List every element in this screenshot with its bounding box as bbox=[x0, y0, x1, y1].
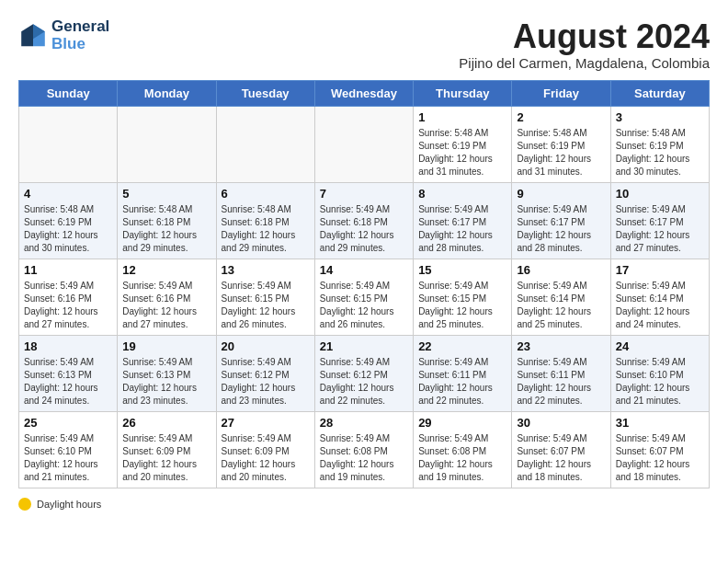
day-number: 16 bbox=[517, 263, 605, 277]
day-info: Sunrise: 5:49 AM Sunset: 6:17 PM Dayligh… bbox=[616, 203, 704, 255]
day-info: Sunrise: 5:49 AM Sunset: 6:08 PM Dayligh… bbox=[418, 432, 506, 484]
calendar-week-row: 4Sunrise: 5:48 AM Sunset: 6:19 PM Daylig… bbox=[19, 182, 710, 259]
calendar-cell: 7Sunrise: 5:49 AM Sunset: 6:18 PM Daylig… bbox=[314, 182, 413, 259]
daylight-label: Daylight hours bbox=[37, 499, 101, 510]
calendar-week-row: 18Sunrise: 5:49 AM Sunset: 6:13 PM Dayli… bbox=[19, 335, 710, 411]
day-number: 1 bbox=[418, 110, 506, 124]
day-info: Sunrise: 5:49 AM Sunset: 6:18 PM Dayligh… bbox=[320, 203, 408, 255]
day-info: Sunrise: 5:49 AM Sunset: 6:13 PM Dayligh… bbox=[24, 356, 112, 408]
calendar-cell: 18Sunrise: 5:49 AM Sunset: 6:13 PM Dayli… bbox=[19, 335, 118, 411]
day-info: Sunrise: 5:49 AM Sunset: 6:09 PM Dayligh… bbox=[122, 432, 210, 484]
logo-text: General Blue bbox=[51, 18, 109, 52]
calendar-cell: 9Sunrise: 5:49 AM Sunset: 6:17 PM Daylig… bbox=[512, 182, 610, 259]
calendar-cell: 28Sunrise: 5:49 AM Sunset: 6:08 PM Dayli… bbox=[314, 411, 413, 488]
day-of-week-header: Monday bbox=[118, 80, 216, 106]
calendar-cell: 15Sunrise: 5:49 AM Sunset: 6:15 PM Dayli… bbox=[414, 259, 512, 335]
calendar-cell bbox=[19, 106, 118, 182]
day-info: Sunrise: 5:48 AM Sunset: 6:19 PM Dayligh… bbox=[616, 127, 704, 178]
day-info: Sunrise: 5:48 AM Sunset: 6:19 PM Dayligh… bbox=[24, 203, 112, 255]
logo: General Blue bbox=[18, 18, 109, 52]
day-number: 24 bbox=[616, 339, 704, 353]
calendar-cell: 16Sunrise: 5:49 AM Sunset: 6:14 PM Dayli… bbox=[512, 259, 610, 335]
day-number: 8 bbox=[418, 187, 506, 201]
day-info: Sunrise: 5:49 AM Sunset: 6:14 PM Dayligh… bbox=[517, 280, 605, 331]
day-info: Sunrise: 5:49 AM Sunset: 6:07 PM Dayligh… bbox=[616, 432, 704, 484]
day-of-week-header: Thursday bbox=[414, 80, 512, 106]
calendar-week-row: 11Sunrise: 5:49 AM Sunset: 6:16 PM Dayli… bbox=[19, 259, 710, 335]
day-number: 22 bbox=[418, 339, 506, 353]
day-number: 18 bbox=[24, 339, 112, 353]
day-number: 7 bbox=[320, 187, 408, 201]
day-number: 30 bbox=[517, 416, 605, 430]
calendar-cell bbox=[118, 106, 216, 182]
calendar-cell: 31Sunrise: 5:49 AM Sunset: 6:07 PM Dayli… bbox=[610, 411, 709, 488]
month-year: August 2024 bbox=[459, 18, 710, 55]
day-number: 11 bbox=[24, 263, 112, 277]
calendar-table: SundayMondayTuesdayWednesdayThursdayFrid… bbox=[18, 80, 710, 488]
day-number: 31 bbox=[616, 416, 704, 430]
day-number: 5 bbox=[122, 187, 210, 201]
day-of-week-header: Wednesday bbox=[314, 80, 413, 106]
day-number: 2 bbox=[517, 110, 605, 124]
day-info: Sunrise: 5:49 AM Sunset: 6:15 PM Dayligh… bbox=[222, 280, 310, 331]
calendar-cell: 27Sunrise: 5:49 AM Sunset: 6:09 PM Dayli… bbox=[216, 411, 314, 488]
calendar-cell: 6Sunrise: 5:48 AM Sunset: 6:18 PM Daylig… bbox=[216, 182, 314, 259]
calendar-cell: 23Sunrise: 5:49 AM Sunset: 6:11 PM Dayli… bbox=[512, 335, 610, 411]
calendar-cell: 3Sunrise: 5:48 AM Sunset: 6:19 PM Daylig… bbox=[610, 106, 709, 182]
logo-icon bbox=[18, 21, 48, 51]
calendar-cell: 11Sunrise: 5:49 AM Sunset: 6:16 PM Dayli… bbox=[19, 259, 118, 335]
day-number: 6 bbox=[222, 187, 310, 201]
calendar-week-row: 1Sunrise: 5:48 AM Sunset: 6:19 PM Daylig… bbox=[19, 106, 710, 182]
calendar-cell bbox=[314, 106, 413, 182]
day-number: 14 bbox=[320, 263, 408, 277]
day-number: 25 bbox=[24, 416, 112, 430]
svg-marker-1 bbox=[21, 24, 33, 46]
calendar-cell: 24Sunrise: 5:49 AM Sunset: 6:10 PM Dayli… bbox=[610, 335, 709, 411]
day-info: Sunrise: 5:49 AM Sunset: 6:08 PM Dayligh… bbox=[320, 432, 408, 484]
day-info: Sunrise: 5:49 AM Sunset: 6:09 PM Dayligh… bbox=[222, 432, 310, 484]
calendar-cell: 26Sunrise: 5:49 AM Sunset: 6:09 PM Dayli… bbox=[118, 411, 216, 488]
day-number: 12 bbox=[122, 263, 210, 277]
calendar-cell: 22Sunrise: 5:49 AM Sunset: 6:11 PM Dayli… bbox=[414, 335, 512, 411]
calendar-cell: 14Sunrise: 5:49 AM Sunset: 6:15 PM Dayli… bbox=[314, 259, 413, 335]
day-info: Sunrise: 5:49 AM Sunset: 6:15 PM Dayligh… bbox=[320, 280, 408, 331]
page-header: General Blue August 2024 Pijino del Carm… bbox=[18, 18, 710, 71]
day-info: Sunrise: 5:49 AM Sunset: 6:07 PM Dayligh… bbox=[517, 432, 605, 484]
day-info: Sunrise: 5:49 AM Sunset: 6:12 PM Dayligh… bbox=[222, 356, 310, 408]
calendar-week-row: 25Sunrise: 5:49 AM Sunset: 6:10 PM Dayli… bbox=[19, 411, 710, 488]
day-info: Sunrise: 5:48 AM Sunset: 6:18 PM Dayligh… bbox=[122, 203, 210, 255]
calendar-header-row: SundayMondayTuesdayWednesdayThursdayFrid… bbox=[19, 80, 710, 106]
day-number: 17 bbox=[616, 263, 704, 277]
day-info: Sunrise: 5:49 AM Sunset: 6:11 PM Dayligh… bbox=[418, 356, 506, 408]
day-info: Sunrise: 5:49 AM Sunset: 6:10 PM Dayligh… bbox=[616, 356, 704, 408]
calendar-cell: 20Sunrise: 5:49 AM Sunset: 6:12 PM Dayli… bbox=[216, 335, 314, 411]
day-of-week-header: Tuesday bbox=[216, 80, 314, 106]
day-of-week-header: Saturday bbox=[610, 80, 709, 106]
day-number: 13 bbox=[222, 263, 310, 277]
sun-icon bbox=[18, 498, 31, 511]
calendar-cell: 13Sunrise: 5:49 AM Sunset: 6:15 PM Dayli… bbox=[216, 259, 314, 335]
day-number: 29 bbox=[418, 416, 506, 430]
calendar-cell: 10Sunrise: 5:49 AM Sunset: 6:17 PM Dayli… bbox=[610, 182, 709, 259]
day-info: Sunrise: 5:49 AM Sunset: 6:16 PM Dayligh… bbox=[24, 280, 112, 331]
calendar-cell: 5Sunrise: 5:48 AM Sunset: 6:18 PM Daylig… bbox=[118, 182, 216, 259]
day-info: Sunrise: 5:49 AM Sunset: 6:15 PM Dayligh… bbox=[418, 280, 506, 331]
day-number: 20 bbox=[222, 339, 310, 353]
calendar-cell: 17Sunrise: 5:49 AM Sunset: 6:14 PM Dayli… bbox=[610, 259, 709, 335]
calendar-cell: 19Sunrise: 5:49 AM Sunset: 6:13 PM Dayli… bbox=[118, 335, 216, 411]
day-info: Sunrise: 5:49 AM Sunset: 6:10 PM Dayligh… bbox=[24, 432, 112, 484]
day-number: 9 bbox=[517, 187, 605, 201]
day-number: 27 bbox=[222, 416, 310, 430]
calendar-cell: 21Sunrise: 5:49 AM Sunset: 6:12 PM Dayli… bbox=[314, 335, 413, 411]
calendar-cell: 30Sunrise: 5:49 AM Sunset: 6:07 PM Dayli… bbox=[512, 411, 610, 488]
day-info: Sunrise: 5:49 AM Sunset: 6:17 PM Dayligh… bbox=[418, 203, 506, 255]
title-block: August 2024 Pijino del Carmen, Magdalena… bbox=[459, 18, 710, 71]
day-info: Sunrise: 5:48 AM Sunset: 6:19 PM Dayligh… bbox=[418, 127, 506, 178]
day-number: 10 bbox=[616, 187, 704, 201]
calendar-cell: 8Sunrise: 5:49 AM Sunset: 6:17 PM Daylig… bbox=[414, 182, 512, 259]
day-info: Sunrise: 5:48 AM Sunset: 6:19 PM Dayligh… bbox=[517, 127, 605, 178]
day-info: Sunrise: 5:48 AM Sunset: 6:18 PM Dayligh… bbox=[222, 203, 310, 255]
calendar-cell: 4Sunrise: 5:48 AM Sunset: 6:19 PM Daylig… bbox=[19, 182, 118, 259]
location: Pijino del Carmen, Magdalena, Colombia bbox=[459, 55, 710, 71]
day-number: 19 bbox=[122, 339, 210, 353]
